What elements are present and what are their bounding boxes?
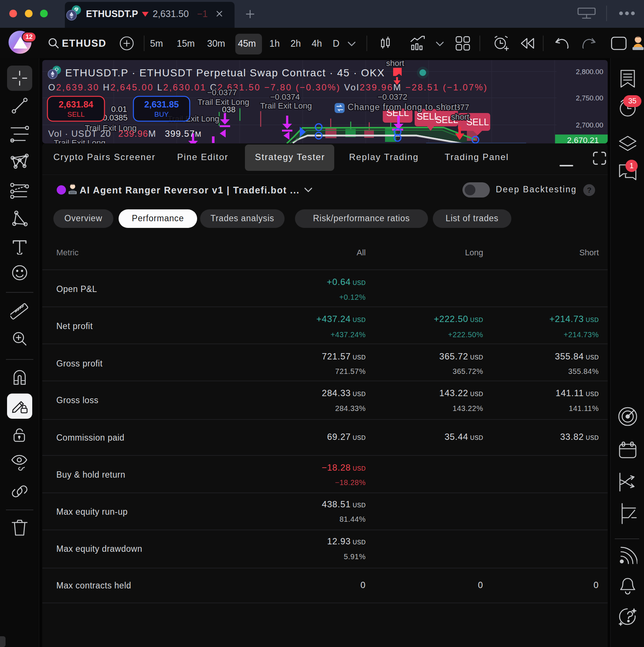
svg-text:Vol · USDT 20: Vol · USDT 20 (48, 129, 111, 139)
svg-text:short: short (386, 60, 404, 68)
svg-text:ETHUSDT.P · ETHUSDT Perpetual: ETHUSDT.P · ETHUSDT Perpetual Swap Contr… (65, 67, 385, 79)
svg-text:2,800.00: 2,800.00 (576, 68, 603, 76)
svg-text:2,631.85: 2,631.85 (144, 99, 179, 109)
svg-text:BUY: BUY (154, 110, 169, 118)
svg-text:038: 038 (222, 105, 236, 114)
svg-text:short: short (451, 112, 469, 122)
svg-text:Trail Exit Long: Trail Exit Long (54, 138, 106, 143)
svg-text:O2,639.30 H2,645.00 L2,630.01: O2,639.30 H2,645.00 L2,630.01 C2,631.50 … (48, 82, 488, 92)
svg-text:2,700.00: 2,700.00 (576, 121, 603, 129)
svg-text:Change from long to short: Change from long to short (348, 102, 457, 112)
svg-text:0.01: 0.01 (111, 104, 127, 114)
svg-text:399.57M: 399.57M (165, 129, 202, 139)
svg-text:239.96M: 239.96M (118, 129, 156, 139)
svg-text:2,750.00: 2,750.00 (576, 94, 603, 102)
svg-text:2,670.21: 2,670.21 (567, 136, 599, 143)
svg-text:SELL: SELL (466, 117, 489, 127)
svg-text:−0.0372: −0.0372 (378, 92, 407, 102)
svg-text:SELL: SELL (67, 110, 84, 118)
svg-text:0.0385: 0.0385 (103, 113, 127, 122)
svg-text:2,631.84: 2,631.84 (59, 99, 93, 109)
svg-text:−0.0374: −0.0374 (270, 92, 300, 102)
svg-text:Trail Exit Long: Trail Exit Long (260, 101, 312, 110)
svg-text:−0.0377: −0.0377 (207, 88, 237, 97)
